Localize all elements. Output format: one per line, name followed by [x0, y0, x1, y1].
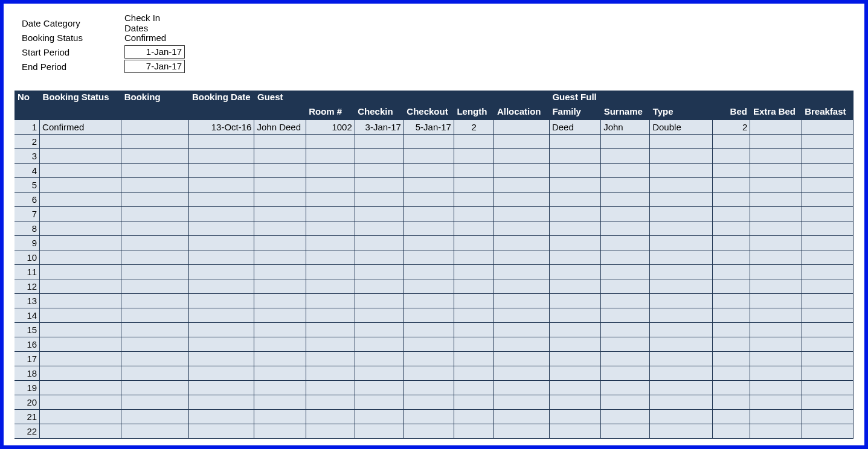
cell-breakfast[interactable] — [802, 250, 853, 264]
cell-booking-status[interactable] — [40, 337, 121, 351]
cell-checkout[interactable] — [403, 163, 454, 177]
cell-booking-date[interactable] — [189, 337, 254, 351]
cell-extra-bed[interactable] — [750, 148, 802, 163]
cell-allocation[interactable] — [494, 337, 549, 351]
cell-surname[interactable] — [601, 192, 650, 206]
cell-checkin[interactable] — [355, 235, 403, 250]
cell-type[interactable] — [650, 409, 713, 424]
cell-booking[interactable] — [121, 409, 189, 424]
cell-checkin[interactable] — [355, 163, 403, 177]
cell-breakfast[interactable] — [802, 177, 853, 192]
cell-booking-date[interactable] — [189, 235, 254, 250]
cell-guest[interactable] — [254, 148, 306, 163]
cell-checkout[interactable] — [403, 308, 454, 322]
cell-extra-bed[interactable] — [750, 221, 802, 235]
table-row[interactable]: 7 — [14, 206, 854, 221]
cell-surname[interactable] — [601, 163, 650, 177]
cell-surname[interactable] — [601, 337, 650, 351]
cell-surname[interactable] — [601, 395, 650, 409]
cell-booking-status[interactable] — [40, 177, 121, 192]
cell-no[interactable]: 17 — [14, 351, 40, 366]
cell-guest[interactable] — [254, 395, 306, 409]
cell-checkin[interactable] — [355, 134, 403, 148]
cell-surname[interactable] — [601, 409, 650, 424]
cell-type[interactable] — [650, 192, 713, 206]
cell-checkout[interactable] — [403, 380, 454, 395]
cell-allocation[interactable] — [494, 119, 549, 134]
cell-no[interactable]: 11 — [14, 264, 40, 279]
cell-booking-date[interactable]: 13-Oct-16 — [189, 119, 254, 134]
cell-room[interactable] — [306, 337, 355, 351]
cell-type[interactable] — [650, 293, 713, 308]
cell-allocation[interactable] — [494, 221, 549, 235]
cell-bed[interactable] — [713, 322, 750, 337]
cell-room[interactable] — [306, 264, 355, 279]
cell-no[interactable]: 18 — [14, 366, 40, 380]
cell-room[interactable] — [306, 250, 355, 264]
cell-checkin[interactable] — [355, 322, 403, 337]
cell-checkin[interactable] — [355, 264, 403, 279]
cell-guest[interactable] — [254, 221, 306, 235]
cell-checkout[interactable] — [403, 424, 454, 438]
cell-bed[interactable] — [713, 366, 750, 380]
cell-booking-date[interactable] — [189, 366, 254, 380]
cell-guest[interactable] — [254, 308, 306, 322]
cell-room[interactable] — [306, 409, 355, 424]
cell-booking[interactable] — [121, 148, 189, 163]
cell-extra-bed[interactable] — [750, 366, 802, 380]
cell-breakfast[interactable] — [802, 380, 853, 395]
cell-length[interactable]: 2 — [454, 119, 494, 134]
cell-type[interactable] — [650, 206, 713, 221]
cell-extra-bed[interactable] — [750, 177, 802, 192]
cell-no[interactable]: 1 — [14, 119, 40, 134]
cell-booking-status[interactable] — [40, 221, 121, 235]
cell-no[interactable]: 15 — [14, 322, 40, 337]
end-period-input[interactable]: 7-Jan-17 — [124, 60, 185, 73]
cell-extra-bed[interactable] — [750, 293, 802, 308]
cell-booking[interactable] — [121, 380, 189, 395]
cell-family[interactable] — [549, 163, 600, 177]
cell-booking-date[interactable] — [189, 250, 254, 264]
cell-checkout[interactable] — [403, 264, 454, 279]
cell-family[interactable] — [549, 293, 600, 308]
cell-family[interactable] — [549, 279, 600, 293]
cell-extra-bed[interactable] — [750, 192, 802, 206]
cell-no[interactable]: 22 — [14, 424, 40, 438]
table-row[interactable]: 6 — [14, 192, 854, 206]
cell-booking[interactable] — [121, 134, 189, 148]
table-row[interactable]: 18 — [14, 366, 854, 380]
cell-type[interactable] — [650, 264, 713, 279]
cell-length[interactable] — [454, 177, 494, 192]
cell-breakfast[interactable] — [802, 148, 853, 163]
cell-booking-status[interactable] — [40, 250, 121, 264]
cell-type[interactable] — [650, 351, 713, 366]
cell-booking-date[interactable] — [189, 424, 254, 438]
cell-family[interactable] — [549, 235, 600, 250]
cell-guest[interactable] — [254, 293, 306, 308]
cell-booking-status[interactable] — [40, 293, 121, 308]
table-row[interactable]: 13 — [14, 293, 854, 308]
cell-guest[interactable] — [254, 163, 306, 177]
cell-allocation[interactable] — [494, 380, 549, 395]
cell-checkout[interactable] — [403, 221, 454, 235]
cell-allocation[interactable] — [494, 409, 549, 424]
cell-booking-date[interactable] — [189, 395, 254, 409]
cell-length[interactable] — [454, 221, 494, 235]
cell-bed[interactable] — [713, 424, 750, 438]
cell-no[interactable]: 3 — [14, 148, 40, 163]
cell-checkin[interactable] — [355, 351, 403, 366]
cell-checkin[interactable] — [355, 148, 403, 163]
cell-extra-bed[interactable] — [750, 279, 802, 293]
cell-guest[interactable] — [254, 380, 306, 395]
cell-extra-bed[interactable] — [750, 351, 802, 366]
cell-booking[interactable] — [121, 250, 189, 264]
cell-type[interactable] — [650, 366, 713, 380]
cell-allocation[interactable] — [494, 293, 549, 308]
cell-booking-date[interactable] — [189, 322, 254, 337]
table-row[interactable]: 22 — [14, 424, 854, 438]
cell-checkout[interactable] — [403, 322, 454, 337]
cell-room[interactable] — [306, 221, 355, 235]
cell-booking-status[interactable] — [40, 308, 121, 322]
cell-room[interactable] — [306, 308, 355, 322]
cell-surname[interactable] — [601, 351, 650, 366]
